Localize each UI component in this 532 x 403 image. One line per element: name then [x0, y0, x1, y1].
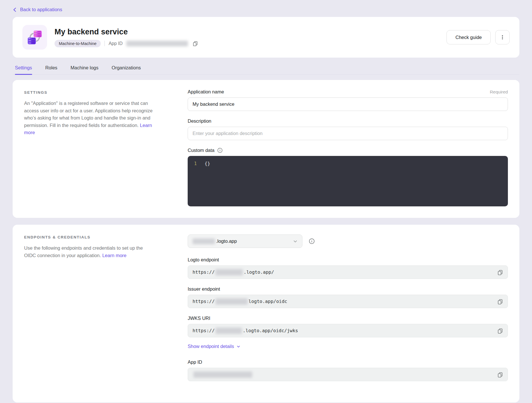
- settings-section-intro: SETTINGS An "Application" is a registere…: [24, 89, 155, 206]
- custom-data-editor[interactable]: 1 {}: [188, 156, 508, 206]
- description-input[interactable]: [188, 127, 508, 140]
- required-hint: Required: [490, 89, 508, 95]
- endpoint-redacted-tenant: [215, 269, 243, 275]
- tab-machine-logs[interactable]: Machine logs: [71, 65, 98, 75]
- issuer-endpoint-field: https:// logto.app/oidc: [188, 295, 508, 308]
- settings-description-text: An "Application" is a registered softwar…: [24, 101, 153, 128]
- endpoint-suffix: logto.app/oidc: [248, 299, 287, 304]
- copy-icon: [497, 372, 503, 377]
- custom-data-label: Custom data: [188, 148, 215, 153]
- app-id-redacted-value: [193, 371, 252, 378]
- endpoint-prefix: https://: [193, 299, 215, 304]
- issuer-endpoint-field-group: Issuer endpoint https:// logto.app/oidc: [188, 286, 508, 308]
- settings-section-description: An "Application" is a registered softwar…: [24, 100, 155, 136]
- domain-select-row: .logto.app: [188, 234, 508, 248]
- info-icon[interactable]: [309, 238, 315, 244]
- jwks-uri-field-group: JWKS URI https:// .logto.app/oidc/jwks: [188, 316, 508, 337]
- app-id-field-group: App ID: [188, 359, 508, 381]
- app-meta-row: Machine-to-Machine App ID: [55, 40, 199, 47]
- show-endpoint-details-label: Show endpoint details: [188, 344, 234, 349]
- tab-bar: Settings Roles Machine logs Organization…: [13, 65, 519, 75]
- chevron-left-icon: [13, 7, 17, 12]
- endpoints-section-description: Use the following endpoints and credenti…: [24, 244, 155, 259]
- settings-section-heading: SETTINGS: [24, 90, 155, 95]
- page: Back to applications: [0, 0, 532, 402]
- copy-app-id-value-button[interactable]: [496, 371, 504, 378]
- settings-form: Application name Required Description Cu…: [188, 89, 508, 206]
- editor-code-content: {}: [205, 161, 210, 166]
- header-app-id-redacted-value: [126, 41, 188, 46]
- chevron-down-icon: [293, 239, 298, 244]
- copy-icon: [497, 299, 503, 304]
- domain-select-value: .logto.app: [216, 238, 237, 244]
- domain-redacted-prefix: [193, 238, 215, 244]
- issuer-endpoint-label: Issuer endpoint: [188, 286, 220, 292]
- endpoint-prefix: https://: [193, 269, 215, 275]
- app-id-label: App ID: [188, 359, 202, 365]
- app-id-field: [188, 368, 508, 381]
- meta-divider: [104, 41, 105, 46]
- app-type-badge: Machine-to-Machine: [55, 40, 101, 47]
- endpoint-redacted-tenant: [215, 328, 242, 334]
- tab-organizations[interactable]: Organizations: [112, 65, 141, 75]
- copy-logto-endpoint-button[interactable]: [496, 269, 504, 276]
- endpoints-learn-more-link[interactable]: Learn more: [102, 253, 126, 258]
- endpoint-prefix: https://: [193, 328, 215, 333]
- endpoints-section-heading: ENDPOINTS & CREDENTIALS: [24, 235, 155, 239]
- header-actions: Check guide: [446, 30, 510, 44]
- header-info: My backend service Machine-to-Machine Ap…: [55, 28, 199, 47]
- custom-data-field-group: Custom data 1 {}: [188, 148, 508, 206]
- jwks-uri-field: https:// .logto.app/oidc/jwks: [188, 324, 508, 337]
- jwks-uri-label: JWKS URI: [188, 316, 210, 321]
- back-link-label: Back to applications: [20, 7, 62, 12]
- endpoint-suffix: .logto.app/: [244, 269, 274, 275]
- copy-icon: [497, 269, 503, 275]
- endpoints-section-intro: ENDPOINTS & CREDENTIALS Use the followin…: [24, 234, 155, 391]
- tab-roles[interactable]: Roles: [45, 65, 57, 75]
- copy-icon: [497, 328, 503, 334]
- application-name-label: Application name: [188, 89, 224, 95]
- info-icon[interactable]: [217, 148, 223, 153]
- description-label: Description: [188, 118, 211, 124]
- application-name-field-group: Application name Required: [188, 89, 508, 111]
- application-name-input[interactable]: [188, 97, 508, 111]
- settings-card: SETTINGS An "Application" is a registere…: [13, 80, 519, 218]
- show-endpoint-details-toggle[interactable]: Show endpoint details: [188, 344, 240, 349]
- endpoints-form: .logto.app Logto endpoint http: [188, 234, 508, 391]
- domain-select[interactable]: .logto.app: [188, 234, 302, 248]
- description-field-group: Description: [188, 118, 508, 140]
- endpoint-redacted-tenant: [215, 298, 248, 305]
- header-app-id-label: App ID: [108, 41, 123, 46]
- copy-issuer-endpoint-button[interactable]: [496, 298, 504, 305]
- endpoints-credentials-card: ENDPOINTS & CREDENTIALS Use the followin…: [13, 225, 519, 402]
- copy-jwks-uri-button[interactable]: [496, 327, 504, 334]
- app-title: My backend service: [55, 28, 199, 36]
- editor-line-number: 1: [193, 161, 197, 166]
- tab-settings[interactable]: Settings: [15, 65, 32, 75]
- endpoint-suffix: .logto.app/oidc/jwks: [243, 328, 298, 333]
- copy-app-id-button[interactable]: [192, 40, 199, 47]
- logto-endpoint-field: https:// .logto.app/: [188, 265, 508, 279]
- application-header-card: My backend service Machine-to-Machine Ap…: [13, 17, 519, 58]
- machine-to-machine-app-icon: [22, 25, 47, 50]
- logto-endpoint-label: Logto endpoint: [188, 257, 219, 263]
- kebab-menu-icon: [500, 35, 505, 40]
- check-guide-button[interactable]: Check guide: [446, 30, 491, 44]
- more-actions-button[interactable]: [495, 30, 510, 44]
- logto-endpoint-field-group: Logto endpoint https:// .logto.app/: [188, 257, 508, 279]
- back-to-applications-link[interactable]: Back to applications: [13, 7, 62, 12]
- chevron-down-icon: [236, 345, 240, 349]
- copy-icon: [193, 41, 198, 46]
